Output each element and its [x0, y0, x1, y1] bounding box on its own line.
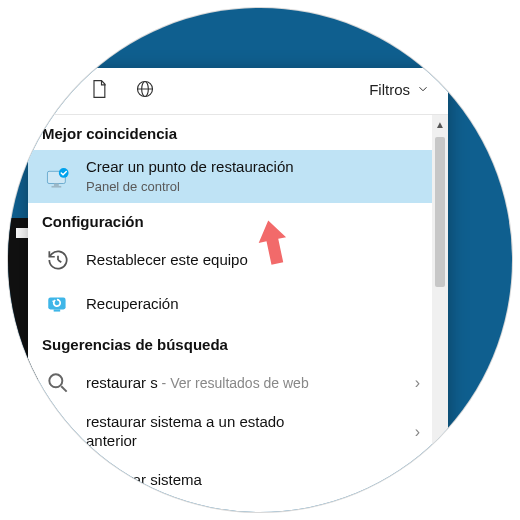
scroll-up-icon[interactable]: ▲	[435, 119, 445, 129]
section-settings: Configuración	[28, 203, 432, 238]
results-body: Mejor coincidencia Crear un punto de res…	[28, 115, 448, 512]
suggestion-item[interactable]: restaurar sistema a un estado anterior ›	[28, 405, 432, 459]
results-list: Mejor coincidencia Crear un punto de res…	[28, 115, 432, 503]
svg-line-19	[61, 484, 66, 489]
apps-tab-icon[interactable]	[42, 78, 64, 100]
svg-point-14	[49, 374, 62, 387]
svg-rect-13	[54, 309, 61, 311]
scrollbar-vertical[interactable]: ▲ ▼	[432, 115, 448, 512]
suggestion-text: restaurar sistema a un estado	[86, 413, 284, 430]
best-match-item[interactable]: Crear un punto de restauración Panel de …	[28, 150, 432, 203]
svg-line-11	[58, 260, 61, 262]
suggestion-text: restaurar sistema	[86, 471, 401, 490]
settings-item-label: Recuperación	[86, 295, 420, 314]
svg-point-18	[49, 472, 62, 485]
svg-rect-0	[45, 82, 62, 95]
svg-rect-7	[54, 183, 59, 185]
svg-point-16	[49, 423, 62, 436]
section-suggestions: Sugerencias de búsqueda	[28, 326, 432, 361]
svg-rect-8	[52, 185, 62, 187]
search-tabs-toolbar: Filtros	[28, 68, 448, 115]
svg-line-17	[61, 435, 66, 440]
filters-dropdown[interactable]: Filtros	[369, 81, 434, 98]
suggestion-item[interactable]: restaurar sistema ›	[28, 459, 432, 503]
suggestion-text: anterior	[86, 432, 137, 449]
settings-item-recovery[interactable]: Recuperación	[28, 282, 432, 326]
circular-crop: Filtros Mejor coincidencia	[8, 8, 512, 512]
section-best-match: Mejor coincidencia	[28, 115, 432, 150]
search-icon	[44, 418, 72, 446]
restore-point-icon	[44, 163, 72, 191]
best-match-subtitle: Panel de control	[86, 179, 420, 195]
history-icon	[44, 246, 72, 274]
settings-item-label: Restablecer este equipo	[86, 251, 420, 270]
search-icon	[44, 369, 72, 397]
settings-item-reset-pc[interactable]: Restablecer este equipo	[28, 238, 432, 282]
scroll-down-icon[interactable]: ▼	[435, 504, 445, 512]
recovery-icon	[44, 290, 72, 318]
start-search-panel: Filtros Mejor coincidencia	[28, 68, 448, 512]
search-icon	[44, 467, 72, 495]
best-match-title: Crear un punto de restauración	[86, 158, 420, 177]
chevron-right-icon: ›	[415, 423, 420, 441]
svg-line-15	[61, 386, 66, 391]
suggestion-text: restaurar s	[86, 374, 158, 391]
chevron-right-icon: ›	[415, 472, 420, 490]
chevron-right-icon: ›	[415, 374, 420, 392]
web-tab-icon[interactable]	[134, 78, 156, 100]
chevron-down-icon	[416, 82, 430, 96]
suggestion-item[interactable]: restaurar s - Ver resultados de web ›	[28, 361, 432, 405]
documents-tab-icon[interactable]	[88, 78, 110, 100]
svg-point-9	[59, 168, 69, 178]
filters-label: Filtros	[369, 81, 410, 98]
suggestion-hint: - Ver resultados de web	[158, 375, 309, 391]
